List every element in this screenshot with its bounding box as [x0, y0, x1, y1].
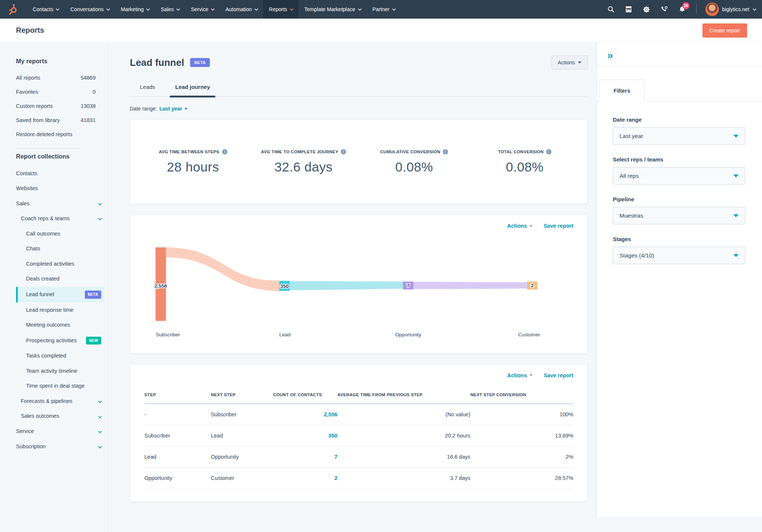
- filter-select-value: All reps: [619, 173, 639, 179]
- collection-item[interactable]: Completed activities: [16, 256, 104, 272]
- collection-item[interactable]: Deals created: [16, 272, 104, 287]
- date-range-value[interactable]: Last year: [159, 106, 182, 112]
- collection-item-label: Forecasts & pipelines: [21, 398, 73, 405]
- filter-group: Select reps / teams All reps: [613, 156, 745, 185]
- sidebar-item[interactable]: Saved from library 41831: [16, 113, 96, 127]
- nav-item[interactable]: Conversations: [64, 0, 115, 19]
- chevron-down-icon[interactable]: [98, 445, 102, 448]
- collections-list: Contacts Websites Sales: [16, 166, 108, 454]
- filter-group: Pipeline Muestras: [613, 196, 745, 224]
- count-of-contacts-link[interactable]: 350: [329, 433, 337, 439]
- nav-item-label: Sales: [161, 6, 174, 12]
- nav-item[interactable]: Partner: [366, 0, 401, 19]
- sidebar-item-count: 13038: [81, 103, 96, 109]
- chevron-down-icon[interactable]: [98, 202, 102, 205]
- chevron-down-icon: [254, 7, 258, 11]
- create-report-button[interactable]: Create report: [702, 23, 747, 38]
- collection-item[interactable]: Service: [16, 424, 104, 439]
- nav-item[interactable]: Service: [185, 0, 220, 19]
- collection-item[interactable]: Lead funnel BETA: [16, 287, 104, 303]
- nav-item[interactable]: Reports: [263, 0, 298, 19]
- collection-item[interactable]: Websites: [16, 181, 104, 196]
- notifications-bell-icon[interactable]: 24: [675, 0, 690, 19]
- calling-icon[interactable]: [657, 0, 672, 19]
- collection-item[interactable]: Tasks completed: [16, 349, 104, 364]
- chevron-down-icon: [753, 7, 756, 11]
- report-actions-button[interactable]: Actions: [551, 55, 588, 70]
- collection-item-label: Contacts: [16, 170, 37, 177]
- account-menu[interactable]: biglytics.net: [705, 3, 755, 16]
- nav-item[interactable]: Contacts: [27, 0, 64, 19]
- sidebar-item[interactable]: Restore deleted reports: [16, 127, 96, 141]
- nav-item[interactable]: Template Marketplace: [298, 0, 366, 19]
- tab-filters[interactable]: Filters: [599, 80, 644, 102]
- report-header: Lead funnel BETA Actions: [130, 55, 588, 70]
- collection-item[interactable]: Time spent in deal stage: [16, 379, 104, 394]
- report-tab[interactable]: Leads: [130, 82, 165, 96]
- cell-step: Opportunity: [144, 467, 211, 488]
- chevron-down-icon[interactable]: [98, 414, 102, 418]
- chevron-down-icon: [146, 7, 150, 11]
- collection-item[interactable]: Lead response time: [16, 302, 104, 318]
- collection-item[interactable]: Team activity timeline: [16, 363, 104, 379]
- sidebar-item-label: All reports: [16, 75, 40, 81]
- metric-value: 0.08%: [359, 160, 470, 174]
- collection-item[interactable]: Prospecting activities NEW: [16, 333, 104, 349]
- info-icon[interactable]: i: [443, 149, 448, 154]
- save-report-link[interactable]: Save report: [544, 372, 573, 378]
- collection-item[interactable]: Forecasts & pipelines: [16, 394, 104, 409]
- sidebar-item[interactable]: Custom reports 13038: [16, 99, 96, 113]
- sidebar-item-label: Restore deleted reports: [16, 131, 73, 137]
- count-of-contacts-link[interactable]: 2,556: [324, 411, 337, 417]
- report-collections-heading: Report collections: [16, 153, 108, 160]
- reports-sidebar: My reports All reports 54869 Favorites 0…: [0, 42, 108, 532]
- sidebar-item-count: 0: [93, 89, 96, 95]
- collection-item[interactable]: Contacts: [16, 166, 104, 181]
- marketplace-icon[interactable]: [621, 0, 637, 19]
- nav-item[interactable]: Marketing: [115, 0, 155, 19]
- report-tab[interactable]: Lead journey: [165, 82, 220, 96]
- save-report-link[interactable]: Save report: [544, 223, 573, 229]
- report-title: Lead funnel: [130, 57, 184, 68]
- nav-item-label: Conversations: [70, 6, 104, 12]
- collection-item-label: Coach reps & teams: [21, 215, 70, 222]
- sidebar-item[interactable]: Favorites 0: [16, 85, 96, 99]
- stage-label-opportunity: Opportunity: [395, 332, 421, 337]
- info-icon[interactable]: i: [341, 149, 346, 154]
- filter-select[interactable]: Stages (4/10): [613, 247, 745, 264]
- filter-select[interactable]: Last year: [613, 127, 745, 145]
- count-of-contacts-link[interactable]: 2: [334, 475, 337, 481]
- filter-select[interactable]: All reps: [613, 167, 745, 185]
- caret-down-icon: [529, 374, 532, 376]
- collection-item[interactable]: Call outcomes: [16, 226, 104, 241]
- nav-item[interactable]: Sales: [155, 0, 185, 19]
- nav-item[interactable]: Automation: [220, 0, 263, 19]
- collection-item[interactable]: Sales outcomes: [16, 409, 104, 424]
- settings-gear-icon[interactable]: [639, 0, 654, 19]
- chevron-down-icon[interactable]: [98, 400, 102, 403]
- collection-item[interactable]: Sales: [16, 196, 104, 211]
- info-icon[interactable]: i: [222, 149, 227, 154]
- sidebar-item[interactable]: All reports 54869: [16, 71, 96, 85]
- sidebar-item-label: Favorites: [16, 89, 38, 95]
- chart-actions-link[interactable]: Actions: [507, 223, 532, 229]
- nav-right: 24 biglytics.net: [603, 0, 762, 19]
- info-icon[interactable]: i: [546, 149, 551, 154]
- collection-item[interactable]: Chats: [16, 241, 104, 257]
- chevron-down-icon[interactable]: [98, 430, 102, 433]
- collection-item[interactable]: Subscription: [16, 439, 104, 454]
- collapse-panel-icon[interactable]: »: [607, 49, 613, 61]
- hubspot-logo-icon[interactable]: [0, 0, 27, 19]
- sidebar-item-label: Custom reports: [16, 103, 53, 109]
- count-of-contacts-link[interactable]: 7: [334, 454, 337, 460]
- filter-group: Date range Last year: [613, 116, 745, 145]
- collection-item[interactable]: Meeting outcomes: [16, 318, 104, 333]
- stage-label-subscriber: Subscriber: [156, 332, 180, 337]
- cell-next-step: Customer: [211, 467, 273, 488]
- table-actions-link[interactable]: Actions: [507, 372, 532, 378]
- filter-select[interactable]: Muestras: [613, 207, 745, 224]
- sidebar-divider: [16, 148, 81, 148]
- chevron-down-icon[interactable]: [98, 217, 102, 221]
- collection-item[interactable]: Coach reps & teams: [16, 211, 104, 227]
- search-icon[interactable]: [603, 0, 619, 19]
